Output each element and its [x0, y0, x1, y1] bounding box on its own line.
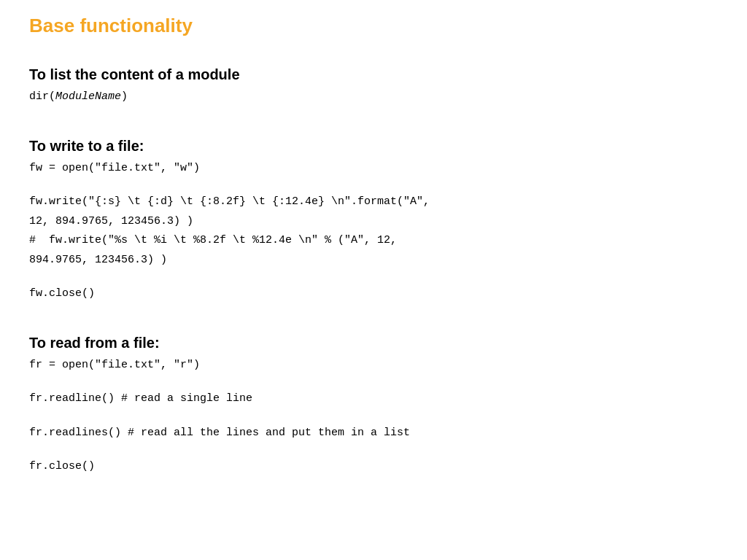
- section-read-file: To read from a file: fr = open("file.txt…: [29, 335, 718, 475]
- code-fw-write-comment-2: 894.9765, 123456.3) ): [29, 252, 718, 269]
- section-heading-read-file: To read from a file:: [29, 335, 718, 351]
- code-dir: dir(ModuleName): [29, 89, 718, 106]
- section-write-file: To write to a file: fw = open("file.txt"…: [29, 138, 718, 303]
- code-fw-write-2: 12, 894.9765, 123456.3) ): [29, 214, 718, 230]
- section-list-module: To list the content of a module dir(Modu…: [29, 66, 718, 106]
- code-fr-open: fr = open("file.txt", "r"): [29, 357, 718, 374]
- code-fr-readline: fr.readline() # read a single line: [29, 391, 718, 408]
- section-heading-write-file: To write to a file:: [29, 138, 718, 155]
- page-title: Base functionality: [29, 15, 718, 37]
- code-fw-close: fw.close(): [29, 286, 718, 303]
- code-fr-close: fr.close(): [29, 459, 718, 475]
- code-fr-readlines: fr.readlines() # read all the lines and …: [29, 425, 718, 442]
- section-heading-list-module: To list the content of a module: [29, 66, 718, 83]
- code-italic-modulename: ModuleName: [55, 90, 121, 103]
- code-fw-open: fw = open("file.txt", "w"): [29, 160, 718, 177]
- code-fw-write-1: fw.write("{:s} \t {:d} \t {:8.2f} \t {:1…: [29, 194, 718, 211]
- code-fw-write-comment-1: # fw.write("%s \t %i \t %8.2f \t %12.4e …: [29, 233, 718, 249]
